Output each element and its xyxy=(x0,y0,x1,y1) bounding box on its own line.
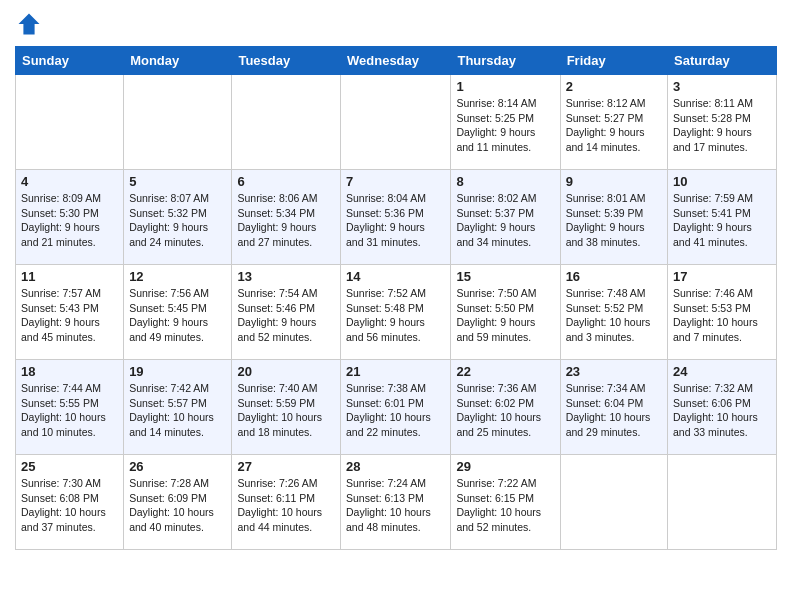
day-number: 25 xyxy=(21,459,118,474)
day-number: 15 xyxy=(456,269,554,284)
header-cell-monday: Monday xyxy=(124,47,232,75)
day-number: 29 xyxy=(456,459,554,474)
day-number: 7 xyxy=(346,174,445,189)
day-content: Sunrise: 7:44 AM Sunset: 5:55 PM Dayligh… xyxy=(21,381,118,440)
day-cell: 19Sunrise: 7:42 AM Sunset: 5:57 PM Dayli… xyxy=(124,360,232,455)
day-number: 3 xyxy=(673,79,771,94)
day-number: 9 xyxy=(566,174,662,189)
day-content: Sunrise: 7:52 AM Sunset: 5:48 PM Dayligh… xyxy=(346,286,445,345)
day-number: 10 xyxy=(673,174,771,189)
day-cell: 23Sunrise: 7:34 AM Sunset: 6:04 PM Dayli… xyxy=(560,360,667,455)
day-content: Sunrise: 7:59 AM Sunset: 5:41 PM Dayligh… xyxy=(673,191,771,250)
day-content: Sunrise: 7:32 AM Sunset: 6:06 PM Dayligh… xyxy=(673,381,771,440)
day-number: 4 xyxy=(21,174,118,189)
day-content: Sunrise: 7:38 AM Sunset: 6:01 PM Dayligh… xyxy=(346,381,445,440)
day-content: Sunrise: 7:28 AM Sunset: 6:09 PM Dayligh… xyxy=(129,476,226,535)
day-cell: 18Sunrise: 7:44 AM Sunset: 5:55 PM Dayli… xyxy=(16,360,124,455)
day-number: 8 xyxy=(456,174,554,189)
day-number: 20 xyxy=(237,364,335,379)
day-number: 14 xyxy=(346,269,445,284)
header-cell-tuesday: Tuesday xyxy=(232,47,341,75)
day-content: Sunrise: 7:36 AM Sunset: 6:02 PM Dayligh… xyxy=(456,381,554,440)
header xyxy=(15,10,777,38)
day-number: 23 xyxy=(566,364,662,379)
day-number: 21 xyxy=(346,364,445,379)
day-cell xyxy=(16,75,124,170)
header-row: SundayMondayTuesdayWednesdayThursdayFrid… xyxy=(16,47,777,75)
day-cell: 10Sunrise: 7:59 AM Sunset: 5:41 PM Dayli… xyxy=(668,170,777,265)
day-cell: 14Sunrise: 7:52 AM Sunset: 5:48 PM Dayli… xyxy=(341,265,451,360)
day-cell: 6Sunrise: 8:06 AM Sunset: 5:34 PM Daylig… xyxy=(232,170,341,265)
logo-icon xyxy=(15,10,43,38)
day-cell xyxy=(232,75,341,170)
day-content: Sunrise: 8:07 AM Sunset: 5:32 PM Dayligh… xyxy=(129,191,226,250)
week-row-4: 18Sunrise: 7:44 AM Sunset: 5:55 PM Dayli… xyxy=(16,360,777,455)
day-content: Sunrise: 8:06 AM Sunset: 5:34 PM Dayligh… xyxy=(237,191,335,250)
week-row-1: 1Sunrise: 8:14 AM Sunset: 5:25 PM Daylig… xyxy=(16,75,777,170)
day-number: 6 xyxy=(237,174,335,189)
day-cell: 9Sunrise: 8:01 AM Sunset: 5:39 PM Daylig… xyxy=(560,170,667,265)
day-number: 17 xyxy=(673,269,771,284)
day-content: Sunrise: 7:46 AM Sunset: 5:53 PM Dayligh… xyxy=(673,286,771,345)
day-content: Sunrise: 7:56 AM Sunset: 5:45 PM Dayligh… xyxy=(129,286,226,345)
day-cell: 11Sunrise: 7:57 AM Sunset: 5:43 PM Dayli… xyxy=(16,265,124,360)
header-cell-friday: Friday xyxy=(560,47,667,75)
week-row-5: 25Sunrise: 7:30 AM Sunset: 6:08 PM Dayli… xyxy=(16,455,777,550)
day-number: 13 xyxy=(237,269,335,284)
day-cell: 27Sunrise: 7:26 AM Sunset: 6:11 PM Dayli… xyxy=(232,455,341,550)
day-number: 11 xyxy=(21,269,118,284)
day-cell: 12Sunrise: 7:56 AM Sunset: 5:45 PM Dayli… xyxy=(124,265,232,360)
day-cell: 17Sunrise: 7:46 AM Sunset: 5:53 PM Dayli… xyxy=(668,265,777,360)
day-content: Sunrise: 7:24 AM Sunset: 6:13 PM Dayligh… xyxy=(346,476,445,535)
day-cell: 29Sunrise: 7:22 AM Sunset: 6:15 PM Dayli… xyxy=(451,455,560,550)
day-cell: 20Sunrise: 7:40 AM Sunset: 5:59 PM Dayli… xyxy=(232,360,341,455)
day-number: 2 xyxy=(566,79,662,94)
day-cell: 25Sunrise: 7:30 AM Sunset: 6:08 PM Dayli… xyxy=(16,455,124,550)
day-cell: 2Sunrise: 8:12 AM Sunset: 5:27 PM Daylig… xyxy=(560,75,667,170)
day-content: Sunrise: 7:54 AM Sunset: 5:46 PM Dayligh… xyxy=(237,286,335,345)
day-content: Sunrise: 7:26 AM Sunset: 6:11 PM Dayligh… xyxy=(237,476,335,535)
day-content: Sunrise: 8:12 AM Sunset: 5:27 PM Dayligh… xyxy=(566,96,662,155)
page-container: SundayMondayTuesdayWednesdayThursdayFrid… xyxy=(0,0,792,560)
day-cell: 22Sunrise: 7:36 AM Sunset: 6:02 PM Dayli… xyxy=(451,360,560,455)
header-cell-saturday: Saturday xyxy=(668,47,777,75)
day-content: Sunrise: 7:57 AM Sunset: 5:43 PM Dayligh… xyxy=(21,286,118,345)
day-cell: 3Sunrise: 8:11 AM Sunset: 5:28 PM Daylig… xyxy=(668,75,777,170)
day-number: 26 xyxy=(129,459,226,474)
day-cell: 4Sunrise: 8:09 AM Sunset: 5:30 PM Daylig… xyxy=(16,170,124,265)
header-cell-sunday: Sunday xyxy=(16,47,124,75)
day-content: Sunrise: 8:09 AM Sunset: 5:30 PM Dayligh… xyxy=(21,191,118,250)
day-cell: 1Sunrise: 8:14 AM Sunset: 5:25 PM Daylig… xyxy=(451,75,560,170)
day-cell: 5Sunrise: 8:07 AM Sunset: 5:32 PM Daylig… xyxy=(124,170,232,265)
calendar-table: SundayMondayTuesdayWednesdayThursdayFrid… xyxy=(15,46,777,550)
day-number: 16 xyxy=(566,269,662,284)
day-cell xyxy=(124,75,232,170)
day-content: Sunrise: 8:04 AM Sunset: 5:36 PM Dayligh… xyxy=(346,191,445,250)
svg-marker-0 xyxy=(19,14,40,35)
day-cell: 15Sunrise: 7:50 AM Sunset: 5:50 PM Dayli… xyxy=(451,265,560,360)
day-cell: 8Sunrise: 8:02 AM Sunset: 5:37 PM Daylig… xyxy=(451,170,560,265)
header-cell-thursday: Thursday xyxy=(451,47,560,75)
calendar-body: 1Sunrise: 8:14 AM Sunset: 5:25 PM Daylig… xyxy=(16,75,777,550)
day-cell: 28Sunrise: 7:24 AM Sunset: 6:13 PM Dayli… xyxy=(341,455,451,550)
day-number: 19 xyxy=(129,364,226,379)
day-number: 22 xyxy=(456,364,554,379)
week-row-3: 11Sunrise: 7:57 AM Sunset: 5:43 PM Dayli… xyxy=(16,265,777,360)
day-cell: 24Sunrise: 7:32 AM Sunset: 6:06 PM Dayli… xyxy=(668,360,777,455)
day-content: Sunrise: 7:50 AM Sunset: 5:50 PM Dayligh… xyxy=(456,286,554,345)
day-content: Sunrise: 7:40 AM Sunset: 5:59 PM Dayligh… xyxy=(237,381,335,440)
day-cell: 13Sunrise: 7:54 AM Sunset: 5:46 PM Dayli… xyxy=(232,265,341,360)
week-row-2: 4Sunrise: 8:09 AM Sunset: 5:30 PM Daylig… xyxy=(16,170,777,265)
day-content: Sunrise: 7:30 AM Sunset: 6:08 PM Dayligh… xyxy=(21,476,118,535)
day-content: Sunrise: 7:22 AM Sunset: 6:15 PM Dayligh… xyxy=(456,476,554,535)
day-number: 12 xyxy=(129,269,226,284)
day-number: 28 xyxy=(346,459,445,474)
day-content: Sunrise: 7:48 AM Sunset: 5:52 PM Dayligh… xyxy=(566,286,662,345)
day-cell: 7Sunrise: 8:04 AM Sunset: 5:36 PM Daylig… xyxy=(341,170,451,265)
day-content: Sunrise: 8:14 AM Sunset: 5:25 PM Dayligh… xyxy=(456,96,554,155)
day-content: Sunrise: 8:01 AM Sunset: 5:39 PM Dayligh… xyxy=(566,191,662,250)
day-number: 27 xyxy=(237,459,335,474)
day-number: 24 xyxy=(673,364,771,379)
calendar-header: SundayMondayTuesdayWednesdayThursdayFrid… xyxy=(16,47,777,75)
header-cell-wednesday: Wednesday xyxy=(341,47,451,75)
